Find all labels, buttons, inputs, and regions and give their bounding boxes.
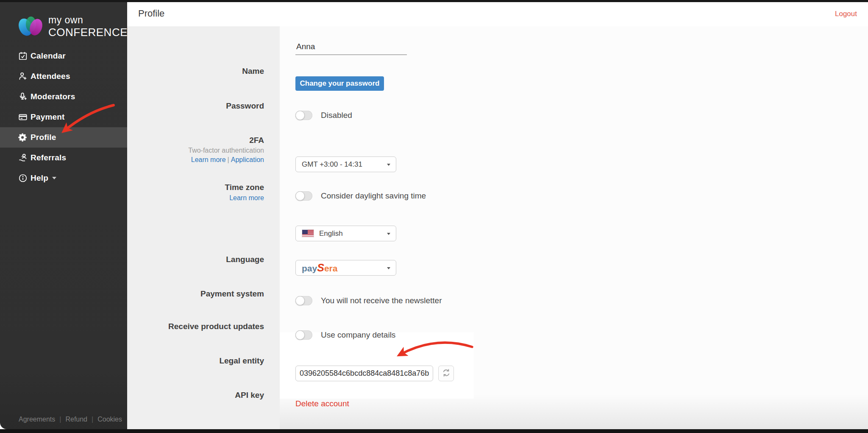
top-bar: Profile Logout [127, 2, 868, 26]
brand-logo-icon [17, 13, 45, 39]
sidebar-item-label: Payment [31, 112, 65, 122]
chevron-down-icon [387, 233, 390, 235]
profile-page: my own CONFERENCE Calendar [0, 0, 868, 433]
sidebar-nav: Calendar Attendees [0, 46, 127, 188]
moderator-add-icon [18, 92, 28, 102]
sidebar-item-help[interactable]: Help [0, 168, 127, 188]
regenerate-api-key-button[interactable] [438, 366, 454, 381]
product-updates-status-text: You will not receive the newsletter [321, 296, 442, 305]
gear-icon [18, 132, 28, 142]
twofa-toggle[interactable] [295, 111, 312, 120]
sidebar-item-label: Calendar [31, 51, 66, 61]
timezone-learn-more-link[interactable]: Learn more [229, 194, 264, 201]
twofa-links: Learn more|Application [127, 156, 264, 164]
legal-entity-label: Legal entity [136, 356, 264, 366]
twofa-application-link[interactable]: Application [231, 156, 264, 163]
daylight-saving-toggle[interactable] [295, 191, 312, 201]
sidebar-item-label: Attendees [31, 72, 70, 81]
sidebar-item-calendar[interactable]: Calendar [0, 46, 127, 66]
sidebar-item-referrals[interactable]: Referrals [0, 148, 127, 168]
agreements-link[interactable]: Agreements [19, 416, 55, 423]
referral-icon [18, 153, 28, 163]
password-label: Password [136, 101, 264, 111]
product-updates-label: Receive product updates [136, 322, 264, 331]
sidebar: my own CONFERENCE Calendar [0, 2, 127, 429]
delete-account-link[interactable]: Delete account [295, 399, 349, 408]
brand-logo[interactable]: my own CONFERENCE [17, 13, 128, 39]
sidebar-item-label: Moderators [31, 92, 75, 101]
credit-card-icon [18, 112, 28, 122]
form-label-panel: Name Password 2FA Two-factor authenticat… [127, 26, 280, 429]
window-bottom-edge [0, 429, 868, 433]
us-flag-icon [302, 229, 314, 237]
sidebar-item-label: Referrals [31, 153, 66, 162]
language-select[interactable]: English [295, 226, 396, 241]
sidebar-item-label: Help [31, 173, 48, 183]
paysera-logo: paySera [302, 262, 337, 274]
timezone-select[interactable]: GMT +3:00 - 14:31 [295, 156, 396, 172]
toggle-knob [295, 111, 305, 120]
refund-link[interactable]: Refund [65, 416, 87, 423]
legal-entity-toggle[interactable] [295, 330, 312, 340]
timezone-links: Learn more [127, 194, 264, 202]
brand-line2: CONFERENCE [48, 27, 128, 38]
twofa-learn-more-link[interactable]: Learn more [191, 156, 226, 163]
links-separator: | [228, 156, 229, 163]
sidebar-item-attendees[interactable]: Attendees [0, 66, 127, 87]
cookies-link[interactable]: Cookies [97, 416, 122, 423]
change-password-button[interactable]: Change your password [295, 76, 384, 91]
name-input[interactable] [295, 39, 407, 55]
sidebar-item-profile[interactable]: Profile [0, 127, 127, 148]
legal-entity-status-text: Use company details [321, 330, 395, 340]
chevron-down-icon [387, 267, 390, 269]
payment-system-select[interactable]: paySera [295, 260, 396, 276]
window-top-edge [0, 0, 868, 2]
footer-separator: | [92, 416, 93, 423]
sidebar-item-payment[interactable]: Payment [0, 107, 127, 127]
toggle-knob [295, 191, 305, 201]
attendee-add-icon [18, 71, 28, 81]
product-updates-toggle[interactable] [295, 296, 312, 305]
chevron-down-icon [52, 177, 56, 179]
sidebar-item-label: Profile [31, 133, 56, 142]
chevron-down-icon [387, 164, 390, 166]
daylight-saving-text: Consider daylight saving time [321, 191, 426, 201]
refresh-icon [442, 369, 451, 378]
footer-separator: | [59, 416, 61, 423]
toggle-knob [295, 296, 305, 305]
name-label: Name [136, 67, 264, 76]
toggle-knob [295, 330, 305, 340]
brand-line1: my own [48, 15, 128, 25]
calendar-icon [18, 51, 28, 61]
info-icon [18, 173, 28, 183]
language-select-value: English [319, 229, 343, 238]
language-label: Language [136, 255, 264, 264]
api-key-input[interactable] [295, 366, 433, 381]
twofa-status-text: Disabled [321, 111, 352, 120]
page-title: Profile [138, 8, 164, 19]
logout-link[interactable]: Logout [835, 10, 857, 18]
twofa-label: 2FA [136, 136, 264, 145]
sidebar-item-moderators[interactable]: Moderators [0, 87, 127, 107]
twofa-sublabel: Two-factor authentication [127, 147, 264, 154]
brand-name: my own CONFERENCE [48, 15, 128, 38]
payment-system-label: Payment system [136, 289, 264, 299]
api-key-label: API key [136, 391, 264, 400]
sidebar-footer: Agreements|Refund|Cookies [19, 416, 122, 423]
timezone-label: Time zone [136, 183, 264, 192]
timezone-select-value: GMT +3:00 - 14:31 [302, 160, 362, 169]
